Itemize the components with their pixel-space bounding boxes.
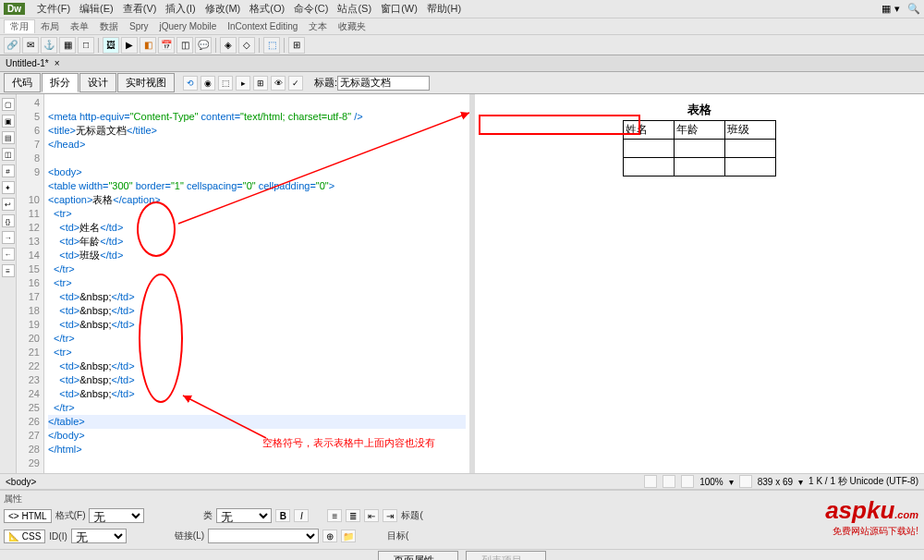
outdent-icon[interactable]: ⇤ <box>364 509 379 522</box>
table-cell[interactable] <box>725 140 776 158</box>
title-input[interactable] <box>337 76 430 91</box>
indent-icon[interactable]: → <box>2 231 15 244</box>
id-select[interactable]: 无 <box>71 529 127 543</box>
format-select[interactable]: 无 <box>89 508 144 523</box>
view-live-button[interactable]: 实时视图 <box>117 73 175 92</box>
link-select[interactable] <box>208 529 319 543</box>
tool-email-icon[interactable]: ✉ <box>22 37 39 54</box>
outdent-icon[interactable]: ← <box>2 248 15 261</box>
design-preview[interactable]: 表格 姓名 年龄 班级 <box>475 94 924 473</box>
select-tool-icon[interactable] <box>644 475 657 488</box>
menu-edit[interactable]: 编辑(E) <box>75 2 118 16</box>
menu-window[interactable]: 窗口(W) <box>376 2 422 16</box>
menu-format[interactable]: 格式(O) <box>245 2 289 16</box>
window-size[interactable]: 839 x 69 <box>758 477 793 487</box>
line-numbers-icon[interactable]: # <box>2 164 15 177</box>
tool-head-icon[interactable]: ◈ <box>220 37 237 54</box>
tab-text[interactable]: 文本 <box>303 20 333 33</box>
ul-icon[interactable]: ≡ <box>327 509 342 522</box>
preview-table[interactable]: 表格 姓名 年龄 班级 <box>623 100 776 177</box>
table-cell[interactable] <box>675 158 725 177</box>
tool-table-icon[interactable]: ▦ <box>59 37 76 54</box>
balance-icon[interactable]: ◫ <box>2 148 15 161</box>
tool-div-icon[interactable]: □ <box>78 37 94 54</box>
tool-tag-icon[interactable]: ⊞ <box>288 37 305 54</box>
code-toolbar: ▢ ▣ ▤ ◫ # ✦ ↩ {} → ← ≡ <box>0 94 17 473</box>
table-cell[interactable] <box>725 158 776 177</box>
table-cell[interactable]: 年龄 <box>675 121 725 140</box>
zoom-tool-icon[interactable] <box>681 475 694 488</box>
dropdown-icon[interactable]: ▾ <box>729 477 734 487</box>
inspect-icon[interactable]: ⟲ <box>183 76 198 91</box>
dropdown-icon[interactable]: ▾ <box>798 477 803 487</box>
table-cell[interactable] <box>675 140 725 158</box>
window-size-icon[interactable] <box>739 475 752 488</box>
tab-jquery[interactable]: jQuery Mobile <box>154 21 223 31</box>
highlight-icon[interactable]: ✦ <box>2 181 15 194</box>
tab-incontext[interactable]: InContext Editing <box>222 21 303 31</box>
tab-common[interactable]: 常用 <box>4 19 35 33</box>
html-mode-button[interactable]: <> HTML <box>4 509 52 523</box>
hand-tool-icon[interactable] <box>663 475 675 488</box>
collapse-icon[interactable]: ▢ <box>2 98 15 111</box>
close-icon[interactable]: × <box>55 58 60 68</box>
menu-insert[interactable]: 插入(I) <box>161 2 200 16</box>
table-cell[interactable]: 班级 <box>725 121 776 140</box>
layout-dropdown-icon[interactable]: ▾ <box>894 3 900 15</box>
tool-anchor-icon[interactable]: ⚓ <box>41 37 57 54</box>
search-icon[interactable]: 🔍 <box>907 3 920 15</box>
options-icon[interactable]: ⊞ <box>253 76 268 91</box>
indent-icon[interactable]: ⇥ <box>383 509 397 522</box>
tool-script-icon[interactable]: ◇ <box>238 37 255 54</box>
tool-date-icon[interactable]: 📅 <box>158 37 175 54</box>
italic-icon[interactable]: I <box>294 509 309 522</box>
menu-modify[interactable]: 修改(M) <box>201 2 246 16</box>
ol-icon[interactable]: ≣ <box>346 509 360 522</box>
menu-help[interactable]: 帮助(H) <box>422 2 466 16</box>
tool-widget-icon[interactable]: ◧ <box>140 37 156 54</box>
code-editor[interactable]: <meta http-equiv="Content-Type" content=… <box>44 94 469 473</box>
tab-favorites[interactable]: 收藏夹 <box>333 20 371 33</box>
table-cell[interactable]: 姓名 <box>624 121 675 140</box>
tool-server-icon[interactable]: ◫ <box>176 37 193 54</box>
tool-image-icon[interactable]: 🖼 <box>103 37 119 54</box>
tool-templates-icon[interactable]: ⬚ <box>263 37 280 54</box>
menu-site[interactable]: 站点(S) <box>333 2 376 16</box>
tab-form[interactable]: 表单 <box>65 20 94 33</box>
view-split-button[interactable]: 拆分 <box>42 73 79 92</box>
tab-data[interactable]: 数据 <box>94 20 124 33</box>
menu-commands[interactable]: 命令(C) <box>289 2 333 16</box>
table-cell[interactable] <box>624 140 675 158</box>
bold-icon[interactable]: B <box>275 509 290 522</box>
tool-link-icon[interactable]: 🔗 <box>4 37 20 54</box>
menu-view[interactable]: 查看(V) <box>118 2 162 16</box>
check-icon[interactable]: ✓ <box>288 76 303 91</box>
point-to-file-icon[interactable]: ⊕ <box>322 530 337 542</box>
tab-layout[interactable]: 布局 <box>35 20 65 33</box>
layout-icon[interactable]: ▦ <box>878 3 894 15</box>
tab-spry[interactable]: Spry <box>124 21 154 31</box>
live-code-icon[interactable]: ◉ <box>201 76 215 91</box>
browse-icon[interactable]: 📁 <box>341 530 356 542</box>
format-icon[interactable]: ≡ <box>2 264 15 277</box>
tool-media-icon[interactable]: ▶ <box>121 37 138 54</box>
zoom-level[interactable]: 100% <box>699 477 723 487</box>
view-code-button[interactable]: 代码 <box>4 73 41 92</box>
class-select[interactable]: 无 <box>216 508 272 523</box>
page-properties-button[interactable]: 页面属性... <box>378 551 458 560</box>
tool-comment-icon[interactable]: 💬 <box>195 37 212 54</box>
refresh-icon[interactable]: ▸ <box>236 76 250 91</box>
visual-aids-icon[interactable]: 👁 <box>271 76 286 91</box>
css-mode-button[interactable]: 📐 CSS <box>4 530 45 543</box>
table-cell[interactable] <box>624 158 675 177</box>
syntax-icon[interactable]: {} <box>2 214 15 227</box>
view-design-button[interactable]: 设计 <box>79 73 116 92</box>
wrap-icon[interactable]: ↩ <box>2 198 15 211</box>
browser-icon[interactable]: ⬚ <box>218 76 233 91</box>
select-parent-icon[interactable]: ▤ <box>2 131 15 144</box>
list-items-button[interactable]: 列表项目... <box>466 551 546 560</box>
menu-file[interactable]: 文件(F) <box>32 2 75 16</box>
document-tab[interactable]: Untitled-1* × <box>0 55 924 72</box>
expand-icon[interactable]: ▣ <box>2 115 15 128</box>
tag-selector[interactable]: <body> <box>6 477 36 487</box>
